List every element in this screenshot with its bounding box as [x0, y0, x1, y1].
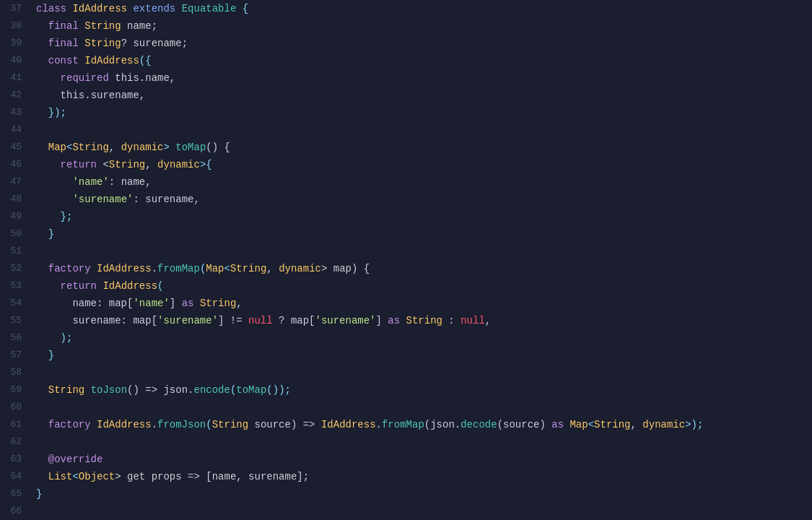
token: > get props => [name, surename]; [115, 471, 309, 482]
token [400, 315, 406, 326]
token: dynamic [121, 142, 164, 153]
code-line: 44 [0, 121, 812, 139]
token: 'surename' [72, 194, 133, 205]
line-content: factory IdAddress.fromJson(String source… [33, 416, 812, 433]
token: 'name' [133, 298, 169, 309]
token: dynamic [279, 263, 321, 274]
token: toJson [91, 384, 127, 396]
token: as [182, 298, 194, 309]
token: < [588, 419, 594, 430]
line-number: 60 [0, 399, 33, 416]
token: < [97, 159, 109, 170]
line-number: 38 [0, 17, 33, 35]
token: IdAddress [97, 263, 152, 274]
line-number: 46 [0, 156, 33, 173]
token: this. [61, 90, 91, 101]
code-line: 61 factory IdAddress.fromJson(String sou… [0, 416, 812, 433]
token: () { [206, 142, 230, 153]
token: extends [127, 3, 182, 14]
code-line: 45 Map<String, dynamic> toMap() { [0, 139, 812, 156]
token: > [163, 142, 175, 153]
line-content [33, 243, 812, 260]
line-content: 'name': name, [33, 173, 812, 191]
token: . [152, 419, 157, 430]
token: : [442, 315, 460, 326]
token: 'name' [72, 176, 108, 188]
code-line: 57 } [0, 347, 812, 364]
line-content: class IdAddress extends Equatable { [33, 0, 812, 17]
code-line: 39 final String? surename; [0, 35, 812, 52]
token: }); [48, 107, 66, 118]
line-number: 64 [0, 468, 33, 485]
code-line: 38 final String name; [0, 17, 812, 35]
code-line: 46 return <String, dynamic>{ [0, 156, 812, 173]
line-content: @override [33, 451, 812, 468]
token: } [36, 488, 42, 500]
token: () => json. [127, 384, 193, 396]
token: null [460, 315, 485, 326]
token: ()); [266, 384, 291, 396]
token: required [61, 72, 109, 84]
code-line: 49 }; [0, 208, 812, 225]
token: }; [61, 211, 73, 222]
code-line: 40 const IdAddress({ [0, 52, 812, 69]
code-line: 63 @override [0, 451, 812, 468]
token: IdAddress [97, 419, 152, 430]
token [84, 384, 90, 396]
token: ? surename; [121, 38, 188, 49]
code-line: 66 [0, 503, 812, 520]
line-number: 51 [0, 243, 33, 260]
line-number: 52 [0, 260, 33, 277]
code-line: 52 factory IdAddress.fromMap(Map<String,… [0, 260, 812, 277]
token [91, 419, 97, 430]
token: < [72, 471, 78, 482]
token [36, 90, 61, 101]
token: String [84, 20, 121, 32]
token [36, 107, 48, 118]
line-content: factory IdAddress.fromMap(Map<String, dy… [33, 260, 812, 277]
line-content: ); [33, 329, 812, 347]
token: fromMap [157, 263, 200, 274]
token: name: map[ [36, 298, 133, 309]
token: String [72, 142, 108, 153]
token [36, 55, 48, 66]
line-number: 44 [0, 121, 33, 139]
line-number: 40 [0, 52, 33, 69]
token [36, 471, 48, 482]
token: final [48, 20, 79, 32]
code-line: 55 surename: map['surename'] != null ? m… [0, 312, 812, 329]
code-line: 48 'surename': surename, [0, 191, 812, 208]
token [36, 228, 48, 240]
token: return [61, 280, 97, 292]
token: String [230, 263, 266, 274]
token: { [236, 3, 248, 14]
token: , [631, 419, 643, 430]
line-content [33, 121, 812, 139]
token: Map [569, 419, 588, 430]
token: } [48, 350, 54, 361]
token: , [170, 72, 175, 84]
token: , [266, 263, 279, 274]
token: >{ [200, 159, 212, 170]
token [36, 72, 61, 84]
token [36, 20, 48, 32]
line-number: 37 [0, 0, 33, 17]
token: dynamic [642, 419, 685, 430]
token [79, 55, 84, 66]
line-number: 59 [0, 381, 33, 399]
token: , [139, 90, 145, 101]
line-content: } [33, 485, 812, 503]
line-number: 66 [0, 503, 33, 520]
token: ] [376, 315, 388, 326]
line-number: 61 [0, 416, 33, 433]
token: ] != [218, 315, 248, 326]
line-number: 53 [0, 277, 33, 295]
token: null [248, 315, 273, 326]
line-content [33, 433, 812, 451]
line-content [33, 399, 812, 416]
line-number: 43 [0, 104, 33, 121]
token [36, 419, 48, 430]
line-content [33, 503, 812, 520]
token [36, 159, 61, 170]
token: Object [79, 471, 115, 482]
